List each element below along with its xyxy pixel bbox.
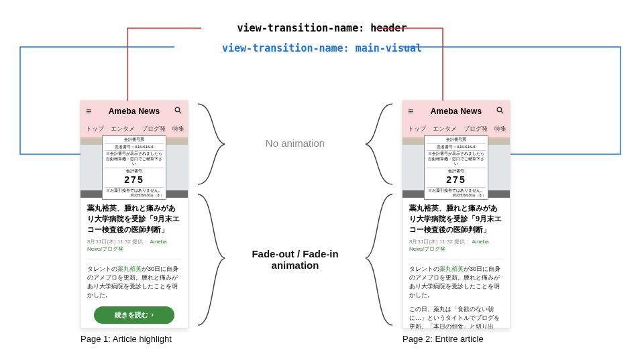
menu-icon[interactable]: ≡: [86, 106, 91, 117]
divider: [409, 259, 503, 259]
article-body: 薬丸裕英、腫れと痛みがあり大学病院を受診「9月末エコー検査後の医師判断」 8月3…: [402, 198, 510, 328]
main-visual: 会計番号票 患者番号：616-616-6 ※会計番号が表示されましたら 自動精算…: [402, 137, 510, 198]
meta-provider: 提供：: [454, 239, 470, 245]
headline: 薬丸裕英、腫れと痛みがあり大学病院を受診「9月末エコー検査後の医師判断」: [87, 203, 181, 235]
ticket-row: ※会計番号が表示されましたら 自動精算機・窓口でご精算下さい: [105, 150, 164, 167]
ticket-number: 275: [105, 174, 164, 186]
headline: 薬丸裕英、腫れと痛みがあり大学病院を受診「9月末エコー検査後の医師判断」: [409, 203, 503, 235]
page1-caption: Page 1: Article highlight: [80, 334, 172, 344]
svg-point-0: [175, 107, 180, 112]
brace-bottom-left: [195, 191, 235, 328]
ticket-title: 会計番号票: [105, 137, 164, 143]
ticket-row: 患者番号：616-616-6: [427, 143, 486, 150]
header: ≡ Ameba News: [80, 101, 188, 122]
tab-entertainment[interactable]: エンタメ: [433, 125, 457, 133]
tab-entertainment[interactable]: エンタメ: [111, 125, 135, 133]
ticket-foot: ※お薬引換券ではありません。: [427, 187, 486, 194]
text-link[interactable]: 薬丸裕英: [117, 265, 142, 272]
meta-provider: 提供：: [132, 239, 148, 245]
read-more-button[interactable]: 続きを読む: [94, 306, 174, 324]
vt-main-label: view-transition-name: main-visual: [0, 40, 644, 56]
no-animation-label: No animation: [235, 137, 356, 149]
text: タレントの: [409, 265, 439, 272]
header: ≡ Ameba News: [402, 101, 510, 122]
meta: 8月31日(木) 11:32 提供： Ameba News/ブログ発: [409, 238, 503, 253]
page2-phone: ≡ Ameba News トップ エンタメ ブログ発 特集 会計番号票 患者番号…: [402, 101, 510, 328]
ticket-date: 2023年8月30日（水）: [427, 193, 486, 197]
ticket-foot: ※お薬引換券ではありません。: [105, 187, 164, 194]
brand-logo: Ameba News: [109, 107, 160, 116]
page1-phone: ≡ Ameba News トップ エンタメ ブログ発 特集 会計番号票 患者番号…: [80, 101, 188, 328]
svg-point-2: [497, 107, 502, 112]
transition-labels: view-transition-name: header view-transi…: [0, 20, 644, 56]
svg-line-1: [179, 111, 181, 113]
brace-top-left: [195, 101, 235, 188]
ticket-number: 275: [427, 174, 486, 186]
meta-time: 8月31日(木) 11:32: [409, 239, 453, 245]
paragraph: タレントの薬丸裕英が30日に自身のアメブロを更新。腫れと痛みがあり大学病院を受診…: [87, 265, 181, 300]
ticket-image: 会計番号票 患者番号：616-616-6 ※会計番号が表示されましたら 自動精算…: [424, 135, 488, 199]
search-icon[interactable]: [174, 106, 182, 117]
ticket-label: 会計番号: [105, 168, 164, 174]
divider: [87, 259, 181, 259]
ticket-date: 2023年8月30日（水）: [105, 193, 164, 197]
ticket-row: ※会計番号が表示されましたら 自動精算機・窓口でご精算下さい: [427, 150, 486, 167]
paragraph: タレントの薬丸裕英が30日に自身のアメブロを更新。腫れと痛みがあり大学病院を受診…: [409, 265, 503, 300]
search-icon[interactable]: [496, 106, 504, 117]
ticket-image: 会計番号票 患者番号：616-616-6 ※会計番号が表示されましたら 自動精算…: [102, 135, 166, 199]
tab-top[interactable]: トップ: [86, 125, 104, 133]
ticket-row: 患者番号：616-616-6: [105, 143, 164, 150]
text-link[interactable]: 薬丸裕英: [439, 265, 464, 272]
tab-feature[interactable]: 特集: [494, 125, 506, 133]
ticket-label: 会計番号: [427, 168, 486, 174]
page2-caption: Page 2: Entire article: [402, 334, 484, 344]
brace-bottom-right: [356, 191, 396, 328]
tab-blog[interactable]: ブログ発: [464, 125, 488, 133]
text: タレントの: [87, 265, 117, 272]
fade-animation-label: Fade-out / Fade-in animation: [235, 248, 356, 271]
meta: 8月31日(木) 11:32 提供： Ameba News/ブログ発: [87, 238, 181, 253]
main-visual: 会計番号票 患者番号：616-616-6 ※会計番号が表示されましたら 自動精算…: [80, 137, 188, 198]
tab-blog[interactable]: ブログ発: [142, 125, 166, 133]
svg-line-3: [501, 111, 503, 113]
cta-label: 続きを読む: [115, 310, 148, 320]
meta-time: 8月31日(木) 11:32: [87, 239, 131, 245]
vt-header-label: view-transition-name: header: [0, 20, 644, 36]
brand-logo: Ameba News: [431, 107, 482, 116]
ticket-title: 会計番号票: [427, 137, 486, 143]
tab-feature[interactable]: 特集: [172, 125, 184, 133]
brace-top-right: [356, 101, 396, 188]
article-body: 薬丸裕英、腫れと痛みがあり大学病院を受診「9月末エコー検査後の医師判断」 8月3…: [80, 198, 188, 328]
tab-top[interactable]: トップ: [408, 125, 426, 133]
paragraph: この日、薬丸は「食欲のない朝に…」というタイトルでブログを更新。「本日の朝食」と…: [409, 305, 503, 328]
menu-icon[interactable]: ≡: [408, 106, 413, 117]
